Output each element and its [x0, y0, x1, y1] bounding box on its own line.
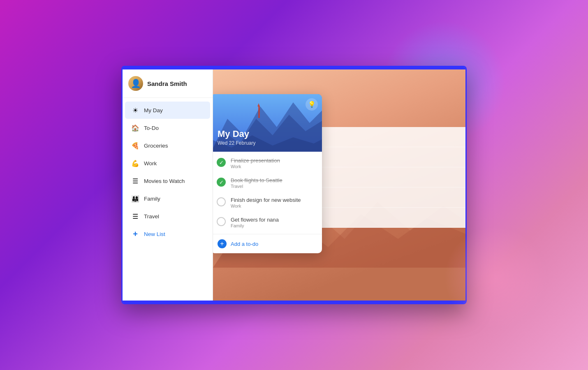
sidebar-item-groceries[interactable]: 🍕 Groceries	[125, 137, 210, 154]
dropdown-card-title: My Day	[218, 129, 315, 139]
my-day-dropdown: 💡 My Day Wed 22 February ✓ Finalize pres…	[213, 94, 322, 253]
task-list-tag: Travel	[231, 184, 282, 189]
task-info: Finalize presentation Work	[231, 157, 280, 169]
lightbulb-icon: 💡	[308, 101, 316, 108]
task-list-tag: Work	[231, 164, 280, 169]
sun-icon: ☀	[131, 106, 140, 115]
dropdown-task-item[interactable]: ✓ Finalize presentation Work	[213, 153, 322, 173]
task-check-empty[interactable]	[217, 197, 226, 206]
pizza-icon: 🍕	[131, 141, 140, 150]
sidebar-item-new-list[interactable]: + New List	[125, 225, 210, 243]
sidebar-item-label: Movies to Watch	[144, 178, 185, 184]
dropdown-card-date: Wed 22 February	[218, 140, 315, 146]
dropdown-task-item[interactable]: ✓ Book flights to Seattle Travel	[213, 173, 322, 193]
list-icon: ☰	[131, 212, 140, 221]
plus-icon: +	[131, 229, 140, 238]
task-name: Get flowers for nana	[231, 217, 279, 223]
svg-rect-6	[258, 106, 260, 118]
task-check-done[interactable]: ✓	[217, 158, 226, 167]
sidebar-item-label: Work	[144, 160, 157, 166]
dropdown-task-item[interactable]: Finish design for new website Work	[213, 193, 322, 213]
window-body: Sandra Smith ☀ My Day 🏠 To-Do 🍕 Grocerie…	[123, 69, 465, 301]
task-check-empty[interactable]	[217, 217, 226, 226]
sidebar-item-label: To-Do	[144, 125, 159, 131]
user-name: Sandra Smith	[147, 80, 187, 87]
home-icon: 🏠	[131, 123, 140, 132]
add-todo-footer[interactable]: + Add a to-do	[213, 234, 322, 253]
task-info: Get flowers for nana Family	[231, 217, 279, 228]
sidebar-item-label: Groceries	[144, 143, 168, 149]
avatar	[128, 76, 143, 91]
task-list-tag: Family	[231, 223, 279, 228]
task-name: Finish design for new website	[231, 197, 301, 203]
window-bottom-bar	[123, 301, 465, 303]
sidebar-item-my-day[interactable]: ☀ My Day	[125, 102, 210, 119]
task-info: Book flights to Seattle Travel	[231, 177, 282, 189]
task-name: Finalize presentation	[231, 157, 280, 164]
sidebar: Sandra Smith ☀ My Day 🏠 To-Do 🍕 Grocerie…	[123, 69, 213, 301]
sidebar-item-movies[interactable]: ☰ Movies to Watch	[125, 172, 210, 190]
add-todo-label: Add a to-do	[231, 241, 258, 247]
dropdown-header: 💡 My Day Wed 22 February	[213, 94, 322, 152]
list-icon: ☰	[131, 176, 140, 185]
sidebar-item-travel[interactable]: ☰ Travel	[125, 208, 210, 225]
add-circle-button[interactable]: +	[218, 239, 227, 248]
sidebar-item-label: New List	[144, 231, 165, 237]
dropdown-task-list: ✓ Finalize presentation Work ✓ Book flig…	[213, 152, 322, 234]
task-info: Finish design for new website Work	[231, 197, 301, 208]
main-content: …o practice …or new clients …at the gara…	[213, 69, 465, 301]
lightbulb-button[interactable]: 💡	[306, 98, 318, 111]
sidebar-item-family[interactable]: 👨‍👩‍👧 Family	[125, 190, 210, 207]
user-header: Sandra Smith	[123, 69, 213, 98]
muscle-icon: 💪	[131, 159, 140, 168]
task-check-done[interactable]: ✓	[217, 178, 226, 187]
app-window: Sandra Smith ☀ My Day 🏠 To-Do 🍕 Grocerie…	[121, 66, 467, 304]
sidebar-item-label: Family	[144, 196, 160, 202]
sidebar-item-work[interactable]: 💪 Work	[125, 155, 210, 172]
task-list-tag: Work	[231, 204, 301, 208]
sidebar-item-label: Travel	[144, 213, 159, 220]
dropdown-task-item[interactable]: Get flowers for nana Family	[213, 213, 322, 232]
nav-list: ☀ My Day 🏠 To-Do 🍕 Groceries 💪 Work ☰	[123, 98, 213, 301]
plus-icon: +	[220, 240, 224, 247]
main-background: …o practice …or new clients …at the gara…	[213, 69, 465, 301]
sidebar-item-label: My Day	[144, 107, 163, 113]
family-icon: 👨‍👩‍👧	[131, 194, 140, 203]
sidebar-item-to-do[interactable]: 🏠 To-Do	[125, 119, 210, 136]
task-name: Book flights to Seattle	[231, 177, 282, 183]
